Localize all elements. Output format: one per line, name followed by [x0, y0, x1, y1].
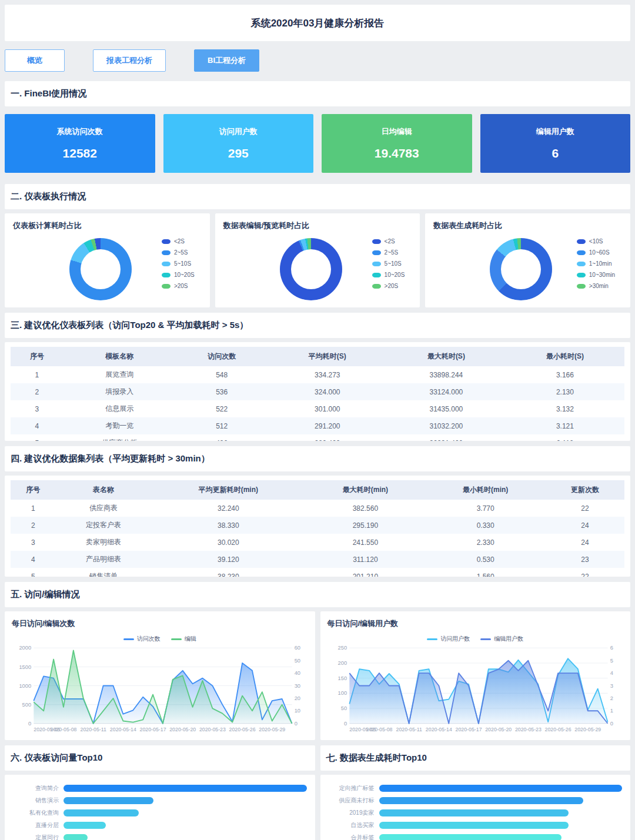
legend-item[interactable]: >30min — [577, 283, 615, 289]
legend-item[interactable]: 2~5S — [372, 249, 405, 256]
table-cell: 334.273 — [268, 366, 387, 383]
legend-item[interactable]: 2~5S — [162, 249, 195, 256]
legend-item[interactable]: 编辑 — [171, 635, 196, 643]
kpi-value: 12582 — [63, 146, 97, 160]
legend-item[interactable]: 5~10S — [372, 260, 405, 267]
table-cell: 30.020 — [151, 534, 305, 551]
legend-item[interactable]: 5~10S — [162, 260, 195, 267]
table-cell: 241.550 — [305, 534, 425, 551]
line-chart-row: 每日访问/编辑次数访问次数编辑0500100015002000010203040… — [5, 611, 630, 740]
svg-text:2020-05-14: 2020-05-14 — [425, 727, 452, 732]
table-cell: 0.112 — [506, 434, 624, 441]
svg-text:0: 0 — [610, 721, 613, 727]
table-cell: 33124.000 — [387, 383, 506, 400]
table-row: 4考勤一览512291.20031032.2003.121 — [11, 417, 624, 434]
legend-item[interactable]: 10~20S — [372, 272, 405, 278]
section-dataset-top10: 七. 数据表生成耗时Top10 定向推广标签供应商未打标2019卖家自选买家合并… — [320, 745, 631, 840]
legend-label: 访问次数 — [137, 635, 161, 643]
legend-item[interactable]: >20S — [162, 283, 195, 289]
legend-label: >20S — [174, 283, 188, 289]
table-cell: 0.530 — [426, 551, 546, 568]
legend-label: <2S — [385, 238, 395, 245]
table-cell: 3.166 — [506, 366, 624, 383]
bar — [63, 822, 106, 829]
top10-columns: 六. 仪表板访问量Top10 查询简介销售演示私有化查询直播分层定展同行二次营销… — [5, 745, 630, 840]
legend-item[interactable]: 编辑用户数 — [480, 635, 523, 643]
section-dataset-optimize: 四. 建议优化数据集列表（平均更新耗时 > 30min） 序号表名称平均更新耗时… — [5, 446, 630, 577]
svg-text:0: 0 — [28, 721, 31, 727]
table-cell: 32.240 — [151, 500, 305, 517]
table-row: 2填报录入536324.00033124.0002.130 — [11, 383, 624, 400]
kpi-value: 19.4783 — [375, 146, 419, 160]
table-cell: 4 — [11, 417, 63, 434]
legend-label: 1~10min — [589, 260, 612, 267]
legend-label: 10~60S — [589, 249, 610, 256]
table-cell: 24 — [546, 534, 624, 551]
legend-swatch — [577, 284, 586, 289]
legend-swatch — [171, 638, 182, 640]
legend-item[interactable]: <2S — [162, 238, 195, 245]
legend-swatch — [427, 638, 437, 640]
svg-text:10: 10 — [295, 708, 300, 714]
column-header: 访问次数 — [176, 347, 268, 366]
table-cell: 考勤一览 — [63, 417, 176, 434]
table-row: 1展览查询548334.27333898.2443.166 — [11, 366, 624, 383]
bar-row: 定展同行 — [13, 834, 307, 840]
legend-label: <2S — [174, 238, 185, 245]
legend-item[interactable]: 访问用户数 — [427, 635, 470, 643]
bar-row: 2019卖家 — [329, 809, 623, 817]
table-row: 2定投客户表38.330295.1900.33024 — [11, 517, 624, 534]
tab-2[interactable]: 报表工程分析 — [93, 49, 166, 72]
donut-hole — [501, 249, 541, 289]
table-cell: 供应商分析 — [63, 434, 176, 441]
svg-text:30: 30 — [295, 683, 300, 689]
dataset-optimize-table: 序号表名称平均更新耗时(min)最大耗时(min)最小耗时(min)更新次数1供… — [11, 480, 624, 577]
legend-item[interactable]: 10~20S — [162, 272, 195, 278]
svg-text:200: 200 — [337, 660, 347, 666]
donut-title: 仪表板计算耗时占比 — [13, 220, 202, 231]
column-header: 表名称 — [56, 480, 152, 500]
column-header: 最小耗时(min) — [426, 480, 546, 500]
svg-text:2020-05-23: 2020-05-23 — [199, 727, 226, 732]
legend-item[interactable]: >20S — [372, 283, 405, 289]
dataset-optimize-table-card: 序号表名称平均更新耗时(min)最大耗时(min)最小耗时(min)更新次数1供… — [5, 476, 630, 577]
donut-row: 仪表板计算耗时占比<2S2~5S5~10S10~20S>20S数据表编辑/预览耗… — [5, 213, 630, 307]
legend-swatch — [372, 273, 381, 277]
line-chart-legend: 访问次数编辑 — [12, 635, 308, 643]
legend-swatch — [480, 638, 491, 640]
legend-item[interactable]: 访问次数 — [123, 635, 161, 643]
donut-hole — [291, 249, 331, 289]
legend-item[interactable]: <2S — [372, 238, 405, 245]
page-title: 系统2020年03月健康分析报告 — [251, 16, 385, 30]
legend-item[interactable]: <10S — [577, 238, 615, 245]
kpi-label: 日均编辑 — [382, 126, 412, 137]
tab-1[interactable]: 概览 — [5, 49, 65, 72]
column-header: 序号 — [11, 480, 56, 500]
svg-text:2020-05-11: 2020-05-11 — [396, 727, 422, 732]
legend-item[interactable]: 10~60S — [577, 249, 615, 256]
table-cell: 展览查询 — [63, 366, 176, 383]
table-cell: 522 — [176, 400, 268, 417]
table-cell: 30291.400 — [387, 434, 506, 441]
donut-legend: <2S2~5S5~10S10~20S>20S — [162, 238, 195, 289]
svg-text:2020-05-20: 2020-05-20 — [485, 727, 512, 732]
donut-card-2: 数据表编辑/预览耗时占比<2S2~5S5~10S10~20S>20S — [215, 213, 420, 307]
table-cell: 31032.200 — [387, 417, 506, 434]
bar — [379, 834, 562, 840]
svg-text:2000: 2000 — [19, 645, 31, 651]
table-cell: 5 — [11, 568, 56, 577]
legend-label: <10S — [589, 238, 603, 245]
svg-text:60: 60 — [295, 645, 300, 651]
bar-label: 私有化查询 — [13, 809, 63, 817]
table-cell: 3.121 — [506, 417, 624, 434]
section-dashboard-top10: 六. 仪表板访问量Top10 查询简介销售演示私有化查询直播分层定展同行二次营销… — [5, 745, 315, 840]
table-cell: 31435.000 — [387, 400, 506, 417]
bar-track — [63, 797, 307, 804]
legend-item[interactable]: 1~10min — [577, 260, 615, 267]
tab-3[interactable]: BI工程分析 — [194, 49, 259, 72]
column-header: 更新次数 — [546, 480, 624, 500]
legend-item[interactable]: 10~30min — [577, 272, 615, 278]
section2-title: 二. 仪表板执行情况 — [11, 191, 624, 202]
legend-swatch — [372, 239, 381, 244]
bar-track — [379, 822, 623, 829]
